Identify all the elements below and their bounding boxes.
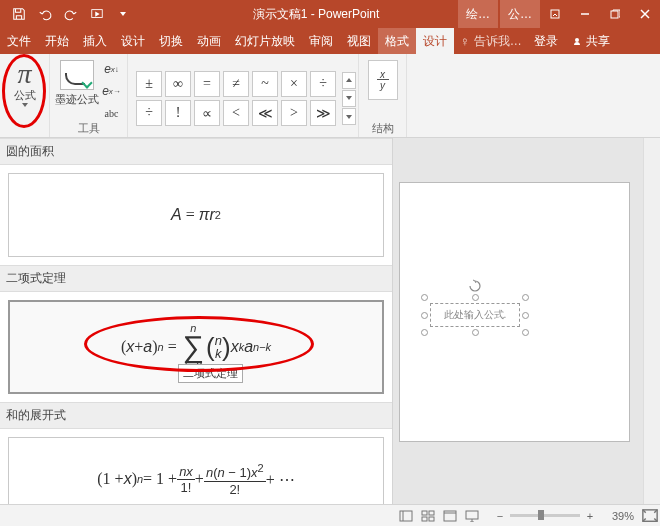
vertical-scrollbar[interactable]	[643, 138, 660, 504]
slide-canvas[interactable]: 此处输入公式.	[399, 182, 630, 442]
tab-transition[interactable]: 切换	[152, 28, 190, 54]
ribbon-group-symbols: ± ∞ = ≠ ~ × ÷ ÷ ! ∝ < ≪ > ≫	[128, 54, 359, 137]
op-times[interactable]: ×	[281, 71, 307, 97]
op-muchgt[interactable]: ≫	[310, 100, 336, 126]
tab-slideshow[interactable]: 幻灯片放映	[228, 28, 302, 54]
status-bar: − + 39%	[0, 504, 660, 526]
window-title: 演示文稿1 - PowerPoint	[134, 6, 458, 23]
op-propto[interactable]: ∝	[194, 100, 220, 126]
symbols-scroll-down[interactable]	[342, 90, 356, 107]
zoom-control: − + 39%	[488, 510, 640, 522]
symbols-scroll-up[interactable]	[342, 72, 356, 89]
chevron-down-icon	[22, 103, 28, 107]
content-area: 圆的面积 A = πr2 二项式定理 (x + a)n = n∑k=0 (nk)…	[0, 138, 660, 504]
tab-design[interactable]: 设计	[114, 28, 152, 54]
ribbon-group-label: 结构	[359, 121, 406, 136]
tab-insert[interactable]: 插入	[76, 28, 114, 54]
tab-file[interactable]: 文件	[0, 28, 38, 54]
window-controls	[540, 0, 660, 28]
share-button[interactable]: 共享	[564, 28, 618, 54]
equation-gallery-button[interactable]: π 公式	[6, 56, 44, 107]
equation-placeholder[interactable]: 此处输入公式.	[430, 303, 520, 327]
op-gt[interactable]: >	[281, 100, 307, 126]
ribbon-body: π 公式 墨迹公式 ex↓ ex→ abc 工具 ± ∞ = ≠ ~ ×	[0, 54, 660, 138]
ribbon-group-equation: π 公式	[0, 54, 50, 137]
svg-rect-13	[466, 511, 478, 519]
op-divide[interactable]: ÷	[310, 71, 336, 97]
svg-rect-5	[400, 511, 412, 521]
contextual-header-1[interactable]: 绘…	[458, 0, 498, 28]
fraction-structure-button[interactable]: xy	[368, 60, 398, 100]
zoom-in-button[interactable]: +	[584, 510, 596, 522]
slide-area: 此处输入公式.	[393, 138, 660, 504]
tell-me-input[interactable]: ♀告诉我…	[454, 28, 528, 54]
op-factorial[interactable]: !	[165, 100, 191, 126]
pi-icon: π	[17, 60, 31, 88]
minimize-icon[interactable]	[570, 0, 600, 28]
symbols-more[interactable]	[342, 108, 356, 125]
tab-home[interactable]: 开始	[38, 28, 76, 54]
contextual-header-2[interactable]: 公…	[500, 0, 540, 28]
professional-format-button[interactable]: ex↓	[101, 59, 123, 79]
tab-view[interactable]: 视图	[340, 28, 378, 54]
zoom-percent[interactable]: 39%	[600, 510, 634, 522]
rotate-handle-icon[interactable]	[468, 279, 482, 293]
op-equals[interactable]: =	[194, 71, 220, 97]
sign-in-link[interactable]: 登录	[528, 28, 564, 54]
op-divide2[interactable]: ÷	[136, 100, 162, 126]
ink-equation-button[interactable]: 墨迹公式	[55, 56, 99, 123]
equation-preset-expansion[interactable]: (1 + x)n = 1 + nx1! + n(n − 1)x22! + ⋯	[8, 437, 384, 504]
gallery-heading: 和的展开式	[0, 402, 392, 429]
tab-equation-design[interactable]: 设计	[416, 28, 454, 54]
title-bar: 演示文稿1 - PowerPoint 绘… 公…	[0, 0, 660, 28]
tooltip: 二项式定理	[178, 364, 243, 383]
contextual-tab-headers: 绘… 公…	[458, 0, 540, 28]
equation-preset-circle-area[interactable]: A = πr2	[8, 173, 384, 257]
selection-handles[interactable]	[424, 297, 526, 333]
ink-icon	[60, 60, 94, 90]
restore-icon[interactable]	[600, 0, 630, 28]
sorter-view-icon[interactable]	[418, 508, 438, 524]
undo-icon[interactable]	[34, 3, 56, 25]
normal-view-icon[interactable]	[396, 508, 416, 524]
normal-text-button[interactable]: abc	[101, 103, 123, 123]
tab-animation[interactable]: 动画	[190, 28, 228, 54]
ribbon-tabs: 文件 开始 插入 设计 切换 动画 幻灯片放映 审阅 视图 格式 设计 ♀告诉我…	[0, 28, 660, 54]
op-lt[interactable]: <	[223, 100, 249, 126]
svg-rect-7	[422, 511, 427, 515]
op-muchlt[interactable]: ≪	[252, 100, 278, 126]
op-infinity[interactable]: ∞	[165, 71, 191, 97]
ribbon-group-structures: xy 结构	[359, 54, 407, 137]
start-from-beginning-icon[interactable]	[86, 3, 108, 25]
slideshow-view-icon[interactable]	[462, 508, 482, 524]
op-tilde[interactable]: ~	[252, 71, 278, 97]
quick-access-toolbar	[0, 0, 134, 28]
share-icon	[572, 36, 582, 46]
save-icon[interactable]	[8, 3, 30, 25]
linear-format-button[interactable]: ex→	[101, 81, 123, 101]
op-notequal[interactable]: ≠	[223, 71, 249, 97]
symbol-scroll	[342, 69, 358, 125]
svg-rect-10	[429, 517, 434, 521]
zoom-slider[interactable]	[510, 514, 580, 517]
zoom-out-button[interactable]: −	[494, 510, 506, 522]
equation-preset-binomial[interactable]: (x + a)n = n∑k=0 (nk) xkan−k 二项式定理	[8, 300, 384, 394]
ribbon-group-tools: 墨迹公式 ex↓ ex→ abc 工具	[50, 54, 128, 137]
tab-review[interactable]: 审阅	[302, 28, 340, 54]
view-buttons	[390, 508, 488, 524]
close-icon[interactable]	[630, 0, 660, 28]
tab-format[interactable]: 格式	[378, 28, 416, 54]
ribbon-options-icon[interactable]	[540, 0, 570, 28]
lightbulb-icon: ♀	[460, 34, 470, 49]
svg-rect-9	[422, 517, 427, 521]
gallery-heading: 圆的面积	[0, 138, 392, 165]
equation-gallery-panel: 圆的面积 A = πr2 二项式定理 (x + a)n = n∑k=0 (nk)…	[0, 138, 393, 504]
qat-customize-icon[interactable]	[112, 3, 134, 25]
fit-to-window-icon[interactable]	[640, 508, 660, 524]
svg-rect-8	[429, 511, 434, 515]
svg-rect-3	[611, 11, 618, 18]
op-plusminus[interactable]: ±	[136, 71, 162, 97]
reading-view-icon[interactable]	[440, 508, 460, 524]
redo-icon[interactable]	[60, 3, 82, 25]
equation-options-col: ex↓ ex→ abc	[99, 56, 123, 123]
